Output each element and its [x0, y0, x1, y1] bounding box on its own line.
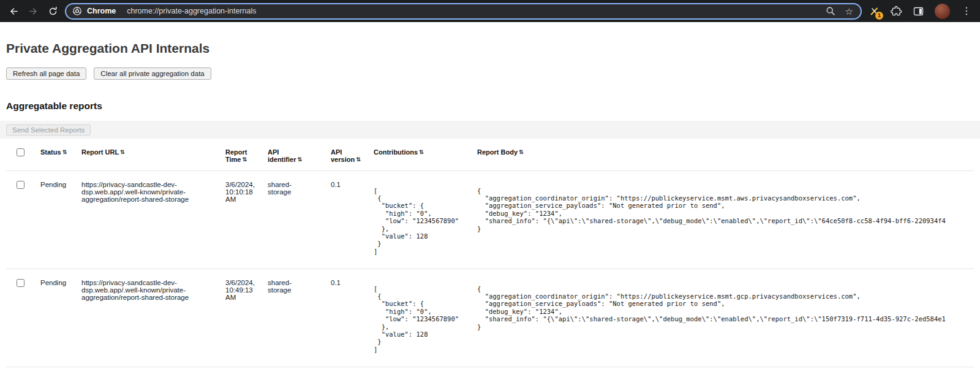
sort-icon: ⇅ — [356, 156, 361, 162]
api-identifier-cell: shared-storage — [268, 269, 331, 367]
contributions-cell: [ { "bucket": { "high": "0", "low": "123… — [374, 170, 477, 269]
clear-all-private-aggregation-data-button[interactable]: Clear all private aggregation data — [94, 67, 211, 80]
row-select-cell — [6, 269, 40, 367]
report-body-cell: { "aggregation_coordinator_origin": "htt… — [477, 269, 974, 367]
row-select-cell — [6, 170, 40, 269]
back-button[interactable] — [4, 2, 23, 20]
forward-button[interactable] — [23, 2, 43, 20]
reload-button[interactable] — [43, 2, 62, 20]
status-cell: Pending — [40, 269, 81, 367]
row-checkbox[interactable] — [17, 279, 24, 287]
col-header-report-time[interactable]: Report Time⇅ — [225, 139, 268, 170]
contributions-json: [ { "bucket": { "high": "0", "low": "123… — [374, 285, 472, 354]
section-title-aggregatable-reports: Aggregatable reports — [6, 100, 980, 112]
browser-toolbar: Chrome chrome://private-aggregation-inte… — [0, 0, 980, 22]
col-header-api-version-label: API version — [331, 148, 355, 163]
sort-icon: ⇅ — [242, 156, 247, 162]
report-url-cell: https://privacy-sandcastle-dev-dsp.web.a… — [81, 269, 225, 367]
omnibox-chip-label: Chrome — [87, 7, 116, 15]
sort-icon: ⇅ — [297, 156, 302, 162]
sort-icon: ⇅ — [419, 149, 424, 155]
col-header-api-identifier[interactable]: API identifier⇅ — [268, 139, 331, 170]
select-all-checkbox[interactable] — [17, 148, 24, 156]
back-arrow-icon — [9, 6, 19, 17]
extension-badge: 1 — [875, 12, 883, 20]
report-url-cell: https://privacy-sandcastle-dev-dsp.web.a… — [81, 170, 225, 269]
refresh-all-page-data-button[interactable]: Refresh all page data — [6, 67, 86, 80]
select-all-header-cell — [6, 139, 40, 170]
report-body-cell: { "aggregation_coordinator_origin": "htt… — [477, 170, 974, 269]
report-time-cell: 3/6/2024, 10:10:18 AM — [225, 170, 268, 269]
api-identifier-cell: shared-storage — [268, 170, 331, 269]
pinned-extension-icon[interactable]: 1 — [868, 5, 880, 17]
sort-icon: ⇅ — [519, 149, 524, 155]
chrome-logo-icon — [72, 6, 82, 16]
page-title: Private Aggregation API Internals — [6, 40, 980, 56]
aggregatable-reports-table: Status⇅ Report URL⇅ Report Time⇅ API ide… — [6, 139, 974, 367]
omnibox-url: chrome://private-aggregation-internals — [127, 7, 256, 15]
zoom-icon[interactable] — [826, 6, 835, 16]
extensions-puzzle-icon[interactable] — [891, 6, 902, 17]
page-actions: Refresh all page data Clear all private … — [6, 67, 980, 80]
sort-icon: ⇅ — [120, 149, 125, 155]
row-checkbox[interactable] — [17, 181, 24, 189]
col-header-api-identifier-label: API identifier — [268, 148, 296, 163]
table-row: Pending https://privacy-sandcastle-dev-d… — [6, 170, 974, 269]
api-identifier-value: shared-storage — [268, 181, 300, 196]
report-time-cell: 3/6/2024, 10:49:13 AM — [225, 269, 268, 367]
page-content: Private Aggregation API Internals Refres… — [0, 22, 980, 367]
col-header-report-body-label: Report Body — [477, 148, 518, 156]
contributions-json: [ { "bucket": { "high": "0", "low": "123… — [374, 187, 472, 256]
table-header-row: Status⇅ Report URL⇅ Report Time⇅ API ide… — [6, 139, 974, 170]
avatar[interactable] — [935, 4, 950, 19]
omnibox[interactable]: Chrome chrome://private-aggregation-inte… — [65, 3, 862, 20]
col-header-contributions-label: Contributions — [374, 148, 418, 156]
report-body-json: { "aggregation_coordinator_origin": "htt… — [477, 285, 969, 330]
sort-icon: ⇅ — [62, 149, 67, 155]
api-version-cell: 0.1 — [331, 170, 374, 269]
bookmark-star-icon[interactable]: ☆ — [845, 7, 853, 16]
send-selected-reports-button[interactable]: Send Selected Reports — [6, 124, 91, 136]
col-header-status[interactable]: Status⇅ — [40, 139, 81, 170]
api-version-cell: 0.1 — [331, 269, 374, 367]
col-header-report-url-label: Report URL — [81, 148, 119, 156]
api-identifier-value: shared-storage — [268, 279, 300, 294]
col-header-report-body[interactable]: Report Body⇅ — [477, 139, 974, 170]
table-row: Pending https://privacy-sandcastle-dev-d… — [6, 269, 974, 367]
forward-arrow-icon — [28, 6, 39, 17]
contributions-cell: [ { "bucket": { "high": "0", "low": "123… — [374, 269, 477, 367]
reload-icon — [48, 6, 58, 17]
col-header-report-url[interactable]: Report URL⇅ — [81, 139, 225, 170]
side-panel-icon[interactable] — [913, 6, 924, 17]
reports-toolbar: Send Selected Reports — [0, 121, 980, 139]
status-cell: Pending — [40, 170, 81, 269]
report-body-json: { "aggregation_coordinator_origin": "htt… — [477, 187, 969, 232]
col-header-status-label: Status — [40, 148, 61, 156]
col-header-api-version[interactable]: API version⇅ — [331, 139, 374, 170]
menu-kebab-icon[interactable]: ⋮ — [960, 6, 973, 16]
col-header-contributions[interactable]: Contributions⇅ — [374, 139, 477, 170]
